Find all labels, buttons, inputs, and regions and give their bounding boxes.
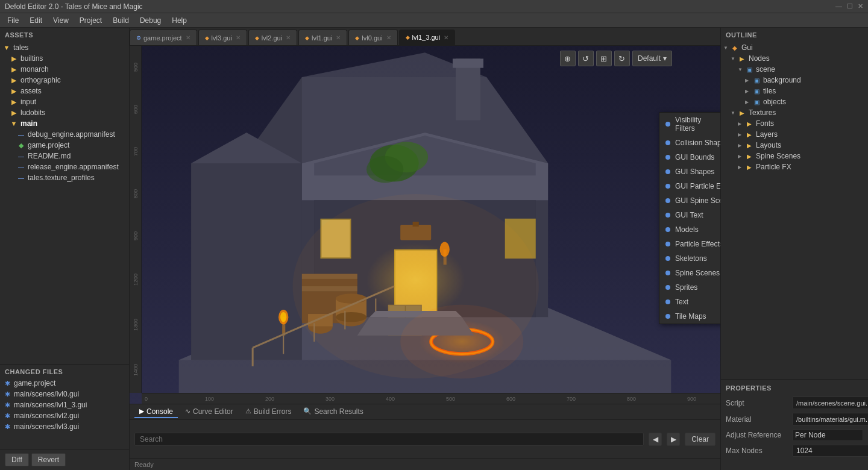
console-tab-console[interactable]: ▶Console (134, 406, 178, 418)
console-tab-label: Console (146, 407, 173, 416)
minimize-button[interactable]: — (835, 2, 842, 10)
tree-item-orthographic[interactable]: ▶orthographic (0, 75, 129, 86)
close-button[interactable]: ✕ (858, 2, 863, 10)
ctx-item-visibility-filters[interactable]: Visibility FiltersCtrl+Shift+I (659, 113, 720, 136)
outline-item-background[interactable]: ▶▣background (721, 75, 868, 86)
outline-arrow: ▶ (738, 164, 745, 170)
changed-file-main-scenes-lvl0-gui[interactable]: ✱main/scenes/lvl0.gui (5, 389, 124, 400)
tree-item-game-project[interactable]: ◆game.project (0, 140, 129, 151)
ctx-item-collision-shapes[interactable]: Collision Shapes (659, 136, 720, 150)
titlebar-title: Defold Editor 2.0 - Tales of Mice and Ma… (5, 2, 143, 11)
ctx-item-text[interactable]: Text (659, 295, 720, 309)
changed-file-game-project[interactable]: ✱game.project (5, 378, 124, 389)
changed-file-main-scenes-lvl3-gui[interactable]: ✱main/scenes/lvl3.gui (5, 421, 124, 432)
menu-item-edit[interactable]: Edit (25, 15, 47, 26)
tree-item-tales[interactable]: ▼tales (0, 42, 129, 53)
ctx-dot (665, 140, 670, 145)
toolbar-grid-button[interactable]: ⊞ (596, 51, 612, 66)
ctx-item-spine-scenes[interactable]: Spine Scenes (659, 266, 720, 280)
ctx-dot (665, 256, 670, 261)
tab-close-icon[interactable]: ✕ (386, 34, 391, 41)
console-prev-button[interactable]: ◀ (649, 433, 662, 446)
right-sidebar: Outline ▼◆Gui▼▶Nodes▼▣scene▶▣background▶… (720, 28, 868, 470)
outline-item-layouts[interactable]: ▶▶Layouts (721, 140, 868, 151)
changed-file-main-scenes-lvl1_3-gui[interactable]: ✱main/scenes/lvl1_3.gui (5, 400, 124, 410)
tree-item-tales-texture_profiles[interactable]: —tales.texture_profiles (0, 172, 129, 183)
search-input[interactable] (134, 433, 644, 446)
tab-lvl0-gui[interactable]: ◆lvl0.gui✕ (348, 30, 397, 45)
ctx-item-sprites[interactable]: Sprites (659, 280, 720, 295)
outline-item-particle-fx[interactable]: ▶▶Particle FX (721, 161, 868, 172)
prop-select-adjust-reference[interactable]: Per NodeDisabled (792, 429, 863, 441)
tab-close-icon[interactable]: ✕ (444, 34, 448, 41)
outline-label: background (763, 76, 801, 84)
tree-item-debug_engine-appmanifest[interactable]: —debug_engine.appmanifest (0, 129, 129, 140)
tree-item-README-md[interactable]: —README.md (0, 151, 129, 161)
tab-lvl3-gui[interactable]: ◆lvl3.gui✕ (198, 30, 247, 45)
assets-header: Assets (0, 28, 129, 42)
ctx-item-tile-maps[interactable]: Tile Maps (659, 309, 720, 324)
menu-item-debug[interactable]: Debug (135, 15, 166, 26)
tab-game-project[interactable]: ⚙game.project✕ (130, 30, 197, 45)
outline-item-nodes[interactable]: ▼▶Nodes (721, 53, 868, 64)
outline-item-fonts[interactable]: ▶▶Fonts (721, 118, 868, 129)
toolbar-sync-button[interactable]: ↻ (614, 51, 630, 66)
editor-area[interactable]: ⊕ ↺ ⊞ ↻ Default ▾ Visibility FiltersCtrl… (130, 46, 720, 404)
diff-button[interactable]: Diff (5, 453, 29, 466)
ctx-label: GUI Particle Effects (675, 182, 720, 190)
outline-item-scene[interactable]: ▼▣scene (721, 64, 868, 75)
ctx-item-gui-text[interactable]: GUI Text (659, 208, 720, 222)
tab-close-icon[interactable]: ✕ (286, 34, 291, 41)
outline-node-icon: ▶ (745, 141, 753, 149)
tree-item-ludobits[interactable]: ▶ludobits (0, 107, 129, 118)
changed-file-label: main/scenes/lvl1_3.gui (14, 401, 87, 409)
ctx-item-models[interactable]: Models (659, 222, 720, 237)
outline-item-objects[interactable]: ▶▣objects (721, 96, 868, 107)
tab-lvl1-gui[interactable]: ◆lvl1.gui✕ (298, 30, 347, 45)
tree-item-monarch[interactable]: ▶monarch (0, 64, 129, 75)
ctx-dot (665, 242, 670, 246)
default-dropdown-button[interactable]: Default ▾ (632, 51, 672, 66)
outline-item-gui[interactable]: ▼◆Gui (721, 42, 868, 53)
menu-item-file[interactable]: File (2, 15, 24, 26)
console-tab-curve-editor[interactable]: ∿Curve Editor (180, 406, 238, 418)
menu-item-project[interactable]: Project (75, 15, 107, 26)
tab-close-icon[interactable]: ✕ (186, 34, 190, 41)
ctx-item-particle-effects[interactable]: Particle Effects (659, 237, 720, 251)
menu-item-help[interactable]: Help (167, 15, 192, 26)
revert-button[interactable]: Revert (31, 453, 66, 466)
tree-item-assets[interactable]: ▶assets (0, 86, 129, 96)
ctx-item-skeletons[interactable]: Skeletons (659, 251, 720, 266)
prop-input-max-nodes[interactable] (792, 445, 868, 457)
tab-lvl2-gui[interactable]: ◆lvl2.gui✕ (248, 30, 297, 45)
changed-file-label: main/scenes/lvl2.gui (14, 412, 79, 420)
tab-lvl1_3-gui[interactable]: ◆lvl1_3.gui✕ (399, 30, 455, 45)
tab-close-icon[interactable]: ✕ (236, 34, 241, 41)
console-tab-build-errors[interactable]: ⚠Build Errors (241, 406, 297, 418)
ctx-item-gui-spine-scenes[interactable]: GUI Spine Scenes (659, 193, 720, 208)
main-layout: Assets ▼tales▶builtins▶monarch▶orthograp… (0, 28, 868, 470)
ctx-item-gui-bounds[interactable]: GUI Bounds (659, 150, 720, 164)
tree-item-release_engine-appmanifest[interactable]: —release_engine.appmanifest (0, 161, 129, 172)
folder-icon: ▶ (10, 54, 18, 63)
toolbar-add-button[interactable]: ⊕ (560, 51, 576, 66)
maximize-button[interactable]: ☐ (847, 2, 853, 10)
tree-item-main[interactable]: ▼main (0, 118, 129, 129)
outline-item-tiles[interactable]: ▶▣tiles (721, 86, 868, 96)
menu-item-build[interactable]: Build (108, 15, 134, 26)
outline-item-textures[interactable]: ▼▶Textures (721, 107, 868, 118)
console-tab-search-results[interactable]: 🔍Search Results (298, 406, 368, 418)
changed-file-main-scenes-lvl2-gui[interactable]: ✱main/scenes/lvl2.gui (5, 410, 124, 421)
console-tab-icon: ∿ (185, 407, 190, 415)
clear-button[interactable]: Clear (685, 433, 715, 446)
outline-item-spine-scenes[interactable]: ▶▶Spine Scenes (721, 151, 868, 161)
console-next-button[interactable]: ▶ (667, 433, 680, 446)
toolbar-refresh-button[interactable]: ↺ (578, 51, 594, 66)
tree-item-input[interactable]: ▶input (0, 96, 129, 107)
ctx-item-gui-particle-effects[interactable]: GUI Particle Effects (659, 179, 720, 193)
tab-close-icon[interactable]: ✕ (336, 34, 341, 41)
outline-item-layers[interactable]: ▶▶Layers (721, 129, 868, 140)
ctx-item-gui-shapes[interactable]: GUI Shapes (659, 164, 720, 179)
menu-item-view[interactable]: View (48, 15, 74, 26)
tree-item-builtins[interactable]: ▶builtins (0, 53, 129, 64)
